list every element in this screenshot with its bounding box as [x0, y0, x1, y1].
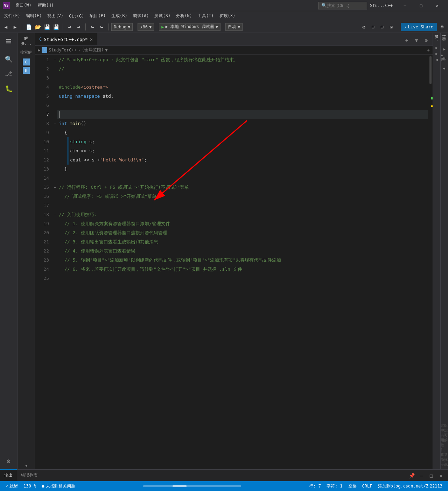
- h-file-icon[interactable]: H: [23, 67, 30, 74]
- menu-project[interactable]: 项目(P): [87, 12, 108, 20]
- collapse-left[interactable]: ◀: [25, 463, 27, 468]
- panel-controls: 📌 — □ ✕: [407, 471, 448, 480]
- panel-maximize-button[interactable]: □: [427, 471, 435, 480]
- scrollbar-thumb[interactable]: [429, 56, 432, 84]
- menu-extensions[interactable]: 扩展(X): [217, 12, 238, 20]
- solution-explorer-icon[interactable]: [2, 34, 16, 48]
- fold-1[interactable]: −: [52, 55, 57, 64]
- toolbar-icon-2[interactable]: ⊞: [369, 23, 377, 31]
- line-14: 14: [35, 174, 49, 183]
- cpp-file-icon[interactable]: C: [23, 58, 30, 65]
- line-9: 9: [35, 128, 49, 137]
- run-button[interactable]: ▶ ▶ 本地 Windows 调试器 ▼: [159, 23, 220, 31]
- tab-settings-button[interactable]: ⚙: [421, 35, 431, 45]
- status-encoding[interactable]: CRLF: [359, 481, 375, 491]
- error-list-tab[interactable]: 错误列表: [17, 469, 42, 481]
- search-activity-icon[interactable]: 🔍: [2, 52, 16, 66]
- save-button[interactable]: 💾: [43, 23, 51, 31]
- menu-window[interactable]: 窗口(W): [13, 2, 34, 9]
- output-tab[interactable]: 输出: [0, 469, 17, 481]
- title-search-input[interactable]: [327, 3, 364, 8]
- menu-view[interactable]: 视图(V): [44, 12, 66, 20]
- active-tab[interactable]: C StudyForC++.cpp* ✕: [35, 33, 97, 45]
- line-20: 20: [35, 228, 49, 237]
- status-zoom[interactable]: 130 %: [21, 481, 39, 491]
- toolbar-icon-4[interactable]: ⊠: [387, 23, 395, 31]
- code-line-8: int main(): [57, 119, 428, 128]
- status-line[interactable]: 行: 7: [306, 481, 324, 491]
- back-button[interactable]: ◀: [2, 23, 10, 31]
- status-no-issues[interactable]: ● 未找到相关问题: [39, 481, 78, 491]
- tab-new-button[interactable]: +: [402, 35, 412, 45]
- toolbar-icon-3[interactable]: ⊟: [378, 23, 386, 31]
- resolve-button[interactable]: 解决...: [18, 34, 35, 48]
- code-content[interactable]: // StudyForC++.cpp : 此文件包含 "main" 函数，程序执…: [57, 55, 428, 469]
- minimize-button[interactable]: —: [397, 0, 413, 11]
- menu-edit[interactable]: 编辑(E): [23, 12, 45, 20]
- open-button[interactable]: 📂: [34, 23, 42, 31]
- title-search-box[interactable]: 🔍: [318, 2, 367, 9]
- platform-dropdown[interactable]: x86 ▼: [138, 23, 154, 31]
- settings-activity-icon[interactable]: ⚙: [2, 454, 16, 468]
- live-share-button[interactable]: ↗ Live Share: [401, 23, 437, 31]
- status-col[interactable]: 字符: 1: [324, 481, 345, 491]
- debug-config-dropdown[interactable]: Debug ▼: [111, 23, 133, 31]
- vertical-scrollbar[interactable]: [428, 55, 433, 469]
- fold-15[interactable]: −: [52, 183, 57, 192]
- fold-13: [52, 165, 57, 174]
- fold-8[interactable]: −: [52, 119, 57, 128]
- menu-debug[interactable]: 调试(A): [130, 12, 152, 20]
- fold-6: [52, 101, 57, 110]
- redo-arrow[interactable]: ↪: [98, 23, 105, 31]
- new-project-button[interactable]: 📄: [25, 23, 33, 31]
- menu-analyze[interactable]: 分析(N): [173, 12, 195, 20]
- line-22: 22: [35, 247, 49, 256]
- breadcrumb-file[interactable]: StudyForC++: [49, 48, 76, 53]
- collapse-right[interactable]: ◀: [435, 57, 438, 62]
- feedback-button[interactable]: ☺: [438, 23, 446, 31]
- panel-pin-button[interactable]: 📌: [407, 471, 416, 480]
- menu-help[interactable]: 帮助(H): [35, 2, 57, 9]
- undo-arrow[interactable]: ↩: [75, 23, 83, 31]
- menu-file[interactable]: 文件(F): [1, 12, 23, 20]
- auto-dropdown[interactable]: 自动 ▼: [225, 23, 243, 31]
- tab-close-button[interactable]: ✕: [90, 36, 92, 42]
- close-button[interactable]: ✕: [429, 0, 445, 11]
- expand-right-1[interactable]: ▶: [435, 46, 438, 50]
- status-url[interactable]: 添加到blog.csdn.net/Z 22113: [375, 481, 446, 491]
- tab-list-button[interactable]: ▼: [412, 35, 421, 45]
- search-sub-icon[interactable]: 搜索解: [20, 49, 33, 56]
- panel-minimize-button[interactable]: —: [417, 471, 426, 480]
- maximize-button[interactable]: □: [413, 0, 429, 11]
- qing-label[interactable]: ▶ 青: [442, 64, 447, 71]
- save-all-button[interactable]: 💾: [52, 23, 60, 31]
- fold-18[interactable]: −: [52, 210, 57, 219]
- right-label-lib[interactable]: ▶ 库: [441, 53, 448, 63]
- code-line-10: string s;: [57, 137, 428, 146]
- expand-editor-button[interactable]: +: [427, 47, 430, 53]
- git-activity-icon[interactable]: ⎇: [2, 67, 16, 81]
- undo-button[interactable]: ↩: [66, 23, 74, 31]
- horizontal-scrollbar-thumb[interactable]: [173, 485, 187, 487]
- menu-git[interactable]: Git(G): [66, 12, 87, 20]
- menu-tools[interactable]: 工具(T): [195, 12, 217, 20]
- toolbar-icon-1[interactable]: ⚙: [360, 23, 368, 31]
- status-spaces[interactable]: 空格: [345, 481, 359, 491]
- debug-activity-icon[interactable]: 🐛: [2, 81, 16, 95]
- service-panel-label[interactable]: 服...: [434, 34, 439, 41]
- right-expand-1[interactable]: ▶: [443, 47, 446, 51]
- expand-right-2[interactable]: ▶: [435, 51, 438, 56]
- panel-close-button[interactable]: ✕: [437, 471, 445, 480]
- redo-button[interactable]: ↪: [89, 23, 96, 31]
- status-ready[interactable]: ✓ 就绪: [3, 481, 21, 491]
- menu-test[interactable]: 测试(S): [152, 12, 173, 20]
- tools-label[interactable]: 工...: [442, 34, 447, 41]
- line-15: 15: [35, 183, 49, 192]
- breadcrumb-file-icon: C: [42, 47, 47, 53]
- right-sidebar-labels: 工... 搜索 ▶ ▶ 库 ▶ 青 此组中没有可用的控件。将某项拖至此: [440, 33, 448, 469]
- breadcrumb-scope[interactable]: (全局范围): [82, 47, 104, 53]
- horizontal-scrollbar[interactable]: [143, 485, 241, 487]
- menu-build[interactable]: 生成(B): [108, 12, 130, 20]
- forward-button[interactable]: ▶: [11, 23, 19, 31]
- menu-bar: 文件(F) 编辑(E) 视图(V) Git(G) 项目(P) 生成(B) 调试(…: [0, 11, 448, 21]
